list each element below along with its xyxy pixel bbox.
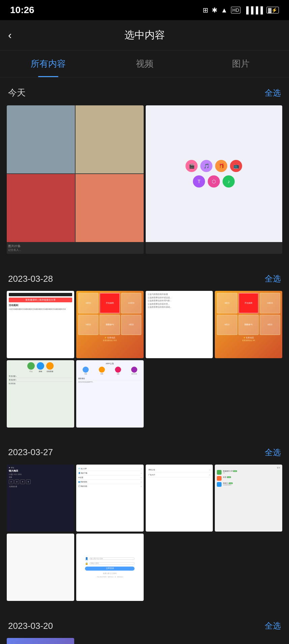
select-all-2023-03-28[interactable]: 全选 — [265, 273, 281, 284]
select-all-2023-03-27[interactable]: 全选 — [265, 447, 281, 458]
list-item[interactable]: 系统公告› 广告大厅› — [146, 465, 213, 532]
grid-2023-03-28: 复制邀请码 | 保存链接去分享 活动规则 1.该活动规则规则活动规则规则活动规则… — [7, 291, 282, 428]
section-today: 今天 全选 图片27条 记住名 — [7, 77, 282, 254]
list-item[interactable]: 🎬 🎵 🎁 📺 T ⬡ ♪ — [146, 105, 283, 254]
section-title-2023-03-20: 2023-03-20 — [8, 621, 53, 631]
grid-2023-03-20: 🐦 💬 📱 🐧 🎵 🛡 — [7, 638, 282, 644]
bluetooth-icon: ✱ — [212, 6, 218, 14]
list-item[interactable]: 图片27条 记住名人... — [7, 105, 144, 254]
nfc-icon: ⊞ — [203, 6, 208, 14]
tab-all[interactable]: 所有内容 — [0, 50, 96, 77]
section-title-2023-03-27: 2023-03-27 — [8, 447, 53, 457]
list-item[interactable]: 🐦 💬 📱 🐧 🎵 🛡 — [7, 638, 74, 644]
list-item[interactable]: 官方 客服接待小B 在线 5.0 — [215, 465, 282, 532]
section-2023-03-27: 2023-03-27 全选 ▶ 评论 铜大梅采 1.5星 / 4.0 / 201… — [7, 438, 282, 601]
section-header-2023-03-20: 2023-03-20 全选 — [7, 611, 282, 638]
signal-icon: ▐▐▐▐ — [244, 6, 263, 14]
section-header-2023-03-28: 2023-03-28 全选 — [7, 264, 282, 291]
tab-image[interactable]: 图片 — [193, 50, 289, 77]
status-icons: ⊞ ✱ ▲ HD ▐▐▐▐ ▓⚡ — [203, 6, 279, 14]
header: ‹ 选中内容 — [0, 20, 289, 50]
list-item[interactable]: 复制邀请码 | 保存链接去分享 活动规则 1.该活动规则规则活动规则规则活动规则… — [7, 291, 74, 358]
grid-today: 图片27条 记住名人... 🎬 🎵 🎁 📺 — [7, 105, 282, 254]
list-item[interactable]: APP公告 充值 转账 — [76, 360, 144, 428]
hd-icon: HD — [231, 7, 240, 13]
list-item[interactable]: ▶ 评论 铜大梅采 1.5星 / 4.0 / 2011 选集 2 3 4 5 大… — [7, 465, 74, 532]
section-header-2023-03-27: 2023-03-27 全选 — [7, 438, 282, 465]
section-2023-03-20: 2023-03-20 全选 🐦 💬 📱 🐧 — [7, 611, 282, 644]
tab-video[interactable]: 视频 — [96, 50, 193, 77]
select-all-2023-03-20[interactable]: 全选 — [265, 620, 281, 631]
page-title: 选中内容 — [124, 28, 165, 42]
wifi-icon: ▲ — [221, 6, 228, 14]
list-item[interactable]: 3积分 开始抽奖 10积分 5积分 翻翻参与 1积分 ⚡ 任务动态 查看观看彩虹… — [215, 291, 282, 358]
list-item[interactable]: 👤 输入用户名/名称 🔒 请输入密码 立即登录 免费注册 忘记密码 ✓ 我已阅读… — [76, 534, 144, 601]
section-header-today: 今天 全选 — [7, 77, 282, 105]
tabs-bar: 所有内容 视频 图片 — [0, 50, 289, 77]
list-item[interactable] — [7, 534, 74, 601]
section-title-2023-03-28: 2023-03-28 — [8, 274, 53, 284]
content-area: 今天 全选 图片27条 记住名 — [0, 77, 289, 644]
status-bar: 10:26 ⊞ ✱ ▲ HD ▐▐▐▐ ▓⚡ — [0, 0, 289, 20]
list-item[interactable]: 3积分 开始抽奖 10积分 5积分 翻翻参与 1积分 ⚡ 任务动态 查看观看彩虹… — [76, 291, 144, 358]
select-all-today[interactable]: 全选 — [265, 88, 281, 98]
list-item[interactable]: 个人 购物 在线客服 常 — [7, 360, 74, 428]
battery-icon: ▓⚡ — [266, 7, 279, 13]
list-item[interactable]: 公益与慈善的相关标题 公益慈善事业的许诺这是... 公益慈善事业的作用与影...… — [146, 291, 213, 358]
section-title-today: 今天 — [8, 87, 26, 99]
status-time: 10:26 — [10, 5, 34, 15]
back-button[interactable]: ‹ — [8, 29, 12, 41]
grid-2023-03-27: ▶ 评论 铜大梅采 1.5星 / 4.0 / 2011 选集 2 3 4 5 大… — [7, 465, 282, 601]
section-2023-03-28: 2023-03-28 全选 复制邀请码 | 保存链接去分享 活动规则 1.该活动… — [7, 264, 282, 428]
list-item[interactable]: 💎 加入VIP› 👤 我的下载› ⚙ 设置› 👥 我的朋友› 💬 我的消息› — [76, 465, 144, 532]
